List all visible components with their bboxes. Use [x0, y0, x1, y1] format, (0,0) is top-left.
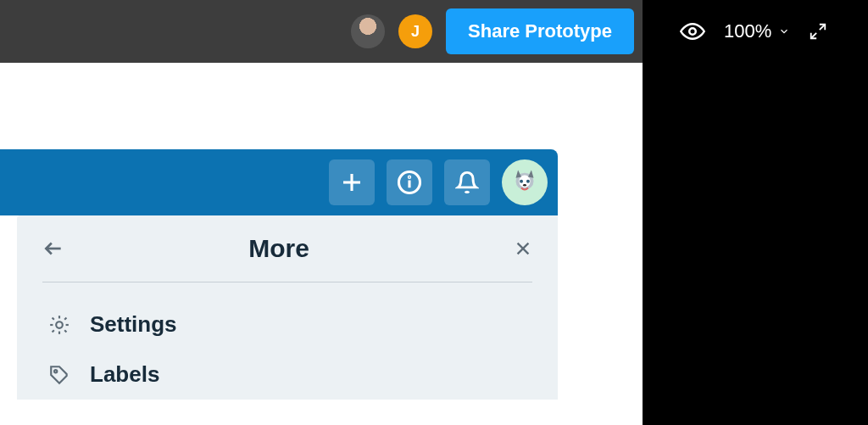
info-button[interactable]: [387, 159, 432, 205]
svg-point-7: [409, 176, 409, 177]
user-avatar[interactable]: [502, 159, 548, 205]
svg-point-28: [54, 370, 57, 372]
svg-point-14: [526, 180, 530, 183]
visibility-icon[interactable]: [680, 19, 705, 44]
svg-line-1: [820, 25, 825, 30]
zoom-dropdown[interactable]: 100%: [724, 20, 790, 42]
svg-line-22: [53, 317, 54, 319]
svg-point-15: [523, 184, 526, 187]
collaborator-avatar-2[interactable]: J: [398, 14, 432, 48]
menu-item-settings[interactable]: Settings: [42, 299, 532, 350]
app-frame: More: [0, 149, 558, 215]
svg-point-19: [56, 322, 63, 328]
rightbar-controls: 100%: [643, 0, 868, 63]
svg-point-0: [689, 28, 696, 35]
notifications-button[interactable]: [444, 159, 490, 205]
fullscreen-icon[interactable]: [809, 22, 827, 41]
app-header: [0, 149, 558, 215]
prototype-canvas: More: [0, 63, 643, 425]
more-panel: More: [17, 215, 558, 400]
menu-item-labels[interactable]: Labels: [42, 350, 532, 400]
share-prototype-button[interactable]: Share Prototype: [446, 8, 634, 54]
menu-item-label: Labels: [90, 361, 159, 388]
svg-line-2: [811, 33, 816, 38]
figma-topbar: J Share Prototype: [0, 0, 643, 63]
gear-icon: [47, 313, 71, 337]
svg-point-13: [520, 180, 523, 183]
svg-line-23: [64, 330, 66, 332]
menu-item-label: Settings: [90, 311, 177, 338]
more-panel-header: More: [42, 234, 532, 282]
collaborator-avatar-1[interactable]: [351, 14, 385, 48]
panel-title: More: [44, 234, 514, 263]
close-button[interactable]: [514, 239, 532, 258]
svg-line-27: [64, 317, 66, 319]
svg-line-26: [53, 330, 54, 332]
add-button[interactable]: [329, 159, 375, 205]
figma-rightbar: 100%: [643, 0, 868, 425]
menu-list: Settings Labels: [42, 282, 532, 400]
zoom-level-label: 100%: [724, 20, 771, 42]
chevron-down-icon: [778, 25, 790, 37]
tag-icon: [47, 363, 71, 387]
